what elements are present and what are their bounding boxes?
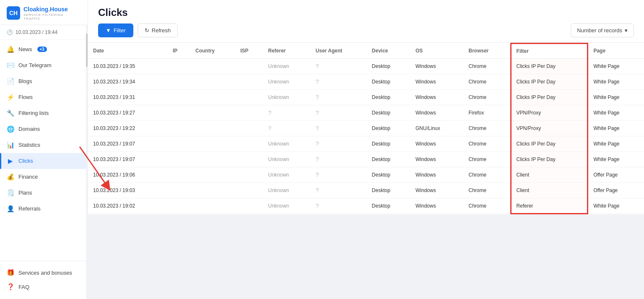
sidebar-item-blogs[interactable]: 📄 Blogs <box>0 73 88 89</box>
refresh-icon: ↻ <box>145 27 149 34</box>
cell-browser: Chrome <box>464 59 511 74</box>
cell-date: 10.03.2023 / 19:34 <box>88 74 168 90</box>
sidebar-label-filtering: Filtering lists <box>18 110 49 116</box>
cell-date: 10.03.2023 / 19:22 <box>88 121 168 136</box>
cell-referer: Unknown <box>263 183 311 198</box>
logo-text: Cloaking.House SERVICE FILTERING TRAFFIC <box>23 6 81 21</box>
table-row: 10.03.2023 / 19:22 ? ? Desktop GNU/Linux… <box>88 121 644 136</box>
cell-date: 10.03.2023 / 19:27 <box>88 105 168 121</box>
blogs-icon: 📄 <box>7 78 14 85</box>
cell-browser: Chrome <box>464 121 511 136</box>
cell-page: Offer Page <box>588 183 644 198</box>
clicks-table: Date IP Country ISP Referer User Agent D… <box>88 43 644 214</box>
cell-isp <box>235 183 263 198</box>
table-row: 10.03.2023 / 19:35 Unknown ? Desktop Win… <box>88 59 644 74</box>
current-time: 🕐 10.03.2023 / 19:44 <box>0 25 88 40</box>
faq-icon: ❓ <box>7 283 14 291</box>
cell-user-agent: ? <box>311 121 367 136</box>
cell-device: Desktop <box>367 90 410 105</box>
cell-page: White Page <box>588 59 644 74</box>
cell-referer: Unknown <box>263 152 311 167</box>
col-filter: Filter <box>511 44 588 59</box>
cell-user-agent: ? <box>311 105 367 121</box>
cell-filter: Clicks IP Per Day <box>511 90 588 105</box>
sidebar-item-clicks[interactable]: ▶ Clicks <box>0 153 88 169</box>
sidebar-item-filtering[interactable]: 🔧 Filtering lists <box>0 105 88 121</box>
sidebar-item-telegram[interactable]: ✉️ Our Telegram <box>0 57 88 73</box>
cell-browser: Chrome <box>464 74 511 90</box>
cell-page: White Page <box>588 198 644 214</box>
cell-ip <box>168 121 190 136</box>
sidebar-item-services[interactable]: 🎁 Services and bonuses <box>7 265 81 280</box>
plans-icon: 🗒️ <box>7 189 14 197</box>
logo-icon: CH <box>7 6 20 20</box>
cell-user-agent: ? <box>311 183 367 198</box>
cell-device: Desktop <box>367 167 410 183</box>
cell-page: White Page <box>588 90 644 105</box>
filter-button[interactable]: ▼ Filter <box>98 23 133 37</box>
table-row: 10.03.2023 / 19:31 Unknown ? Desktop Win… <box>88 90 644 105</box>
domains-icon: 🌐 <box>7 125 14 133</box>
cell-device: Desktop <box>367 183 410 198</box>
sidebar-item-finance[interactable]: 💰 Finance <box>0 169 88 185</box>
sidebar-label-news: News <box>18 46 32 52</box>
cell-country <box>190 136 235 152</box>
sidebar-label-domains: Domains <box>18 126 40 132</box>
sidebar-item-domains[interactable]: 🌐 Domains <box>0 121 88 137</box>
cell-browser: Firefox <box>464 105 511 121</box>
toolbar-left: ▼ Filter ↻ Refresh <box>98 23 178 37</box>
cell-page: White Page <box>588 121 644 136</box>
sidebar-item-plans[interactable]: 🗒️ Plans <box>0 185 88 201</box>
cell-country <box>190 105 235 121</box>
sidebar-label-blogs: Blogs <box>18 78 32 84</box>
sidebar-label-referrals: Referrals <box>18 205 41 212</box>
cell-filter: VPN/Proxy <box>511 105 588 121</box>
cell-page: Offer Page <box>588 167 644 183</box>
filtering-icon: 🔧 <box>7 109 14 117</box>
table-container[interactable]: Date IP Country ISP Referer User Agent D… <box>88 43 644 299</box>
sidebar-item-referrals[interactable]: 👤 Referrals <box>0 201 88 217</box>
page-header: Clicks ▼ Filter ↻ Refresh Number of reco… <box>88 0 644 43</box>
cell-device: Desktop <box>367 74 410 90</box>
col-os: OS <box>410 44 464 59</box>
news-icon: 🔔 <box>7 46 14 53</box>
cell-date: 10.03.2023 / 19:06 <box>88 167 168 183</box>
cell-country <box>190 59 235 74</box>
cell-referer: Unknown <box>263 136 311 152</box>
cell-filter: Referer <box>511 198 588 214</box>
cell-filter: VPN/Proxy <box>511 121 588 136</box>
cell-referer: Unknown <box>263 198 311 214</box>
clock-icon: 🕐 <box>7 29 13 35</box>
cell-referer: Unknown <box>263 59 311 74</box>
refresh-button[interactable]: ↻ Refresh <box>138 23 178 37</box>
cell-referer: ? <box>263 121 311 136</box>
cell-user-agent: ? <box>311 167 367 183</box>
cell-country <box>190 152 235 167</box>
cell-ip <box>168 74 190 90</box>
sidebar-label-plans: Plans <box>18 190 32 196</box>
sidebar-item-news[interactable]: 🔔 News +3 <box>0 42 88 57</box>
sidebar-label-services: Services and bonuses <box>18 270 72 276</box>
cell-isp <box>235 74 263 90</box>
sidebar-scrollbar-thumb <box>86 34 88 67</box>
cell-os: Windows <box>410 198 464 214</box>
sidebar-label-statistics: Statistics <box>18 142 40 148</box>
sidebar-label-faq: FAQ <box>18 284 29 290</box>
sidebar-item-faq[interactable]: ❓ FAQ <box>7 280 81 294</box>
sidebar-scrollbar[interactable] <box>86 25 88 299</box>
cell-isp <box>235 121 263 136</box>
sidebar-item-statistics[interactable]: 📊 Statistics <box>0 137 88 153</box>
cell-country <box>190 198 235 214</box>
cell-user-agent: ? <box>311 59 367 74</box>
cell-country <box>190 167 235 183</box>
cell-referer: ? <box>263 105 311 121</box>
cell-date: 10.03.2023 / 19:07 <box>88 152 168 167</box>
services-icon: 🎁 <box>7 269 14 276</box>
main-content: Clicks ▼ Filter ↻ Refresh Number of reco… <box>88 0 644 299</box>
logo[interactable]: CH Cloaking.House SERVICE FILTERING TRAF… <box>0 0 88 25</box>
cell-browser: Chrome <box>464 167 511 183</box>
sidebar-item-flows[interactable]: ⚡ Flows <box>0 89 88 105</box>
records-button[interactable]: Number of records ▾ <box>571 23 634 37</box>
cell-filter: Client <box>511 167 588 183</box>
referer-unknown: ? <box>268 125 272 132</box>
